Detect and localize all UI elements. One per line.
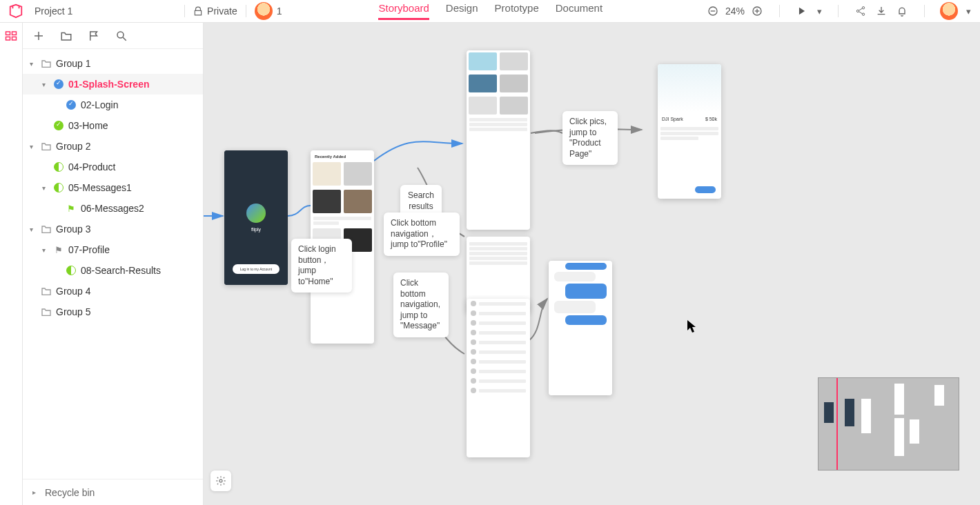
tree-group-4[interactable]: Group 4	[23, 281, 203, 301]
privacy-label: Private	[207, 6, 237, 17]
svg-rect-13	[12, 37, 17, 41]
tree-page-messages2[interactable]: ⚑ 06-Messages2	[23, 198, 203, 219]
storyboard-canvas[interactable]: fliply Log in to my Account Recently Add…	[204, 23, 980, 505]
recycle-label: Recycle bin	[45, 487, 95, 498]
avatar-monkey-icon	[255, 2, 273, 20]
tree-page-search-results[interactable]: 08-Search-Results	[23, 260, 203, 281]
tree-group-3[interactable]: ▾ Group 3	[23, 219, 203, 239]
page-tree-sidebar: ▾ Group 1 ▾ 01-Splash-Screen 02-Login 03…	[23, 23, 204, 505]
svg-rect-11	[12, 32, 17, 35]
bell-icon[interactable]	[895, 4, 909, 18]
search-icon[interactable]	[115, 30, 128, 42]
svg-point-5	[856, 10, 859, 12]
reviewed-blue-icon	[53, 79, 64, 90]
tree-group-5[interactable]: Group 5	[23, 301, 203, 322]
cursor-icon	[687, 319, 698, 336]
tree-page-login[interactable]: 02-Login	[23, 95, 203, 115]
tree-page-messages1[interactable]: ▾ 05-Messages1	[23, 177, 203, 198]
recycle-bin-button[interactable]: ▸ Recycle bin	[23, 479, 203, 505]
app-logo-icon	[8, 3, 23, 19]
reviewed-blue-icon	[66, 99, 77, 110]
folder-icon	[41, 224, 52, 235]
zoom-out-button[interactable]	[706, 4, 720, 18]
share-icon[interactable]	[854, 4, 868, 18]
half-green-icon	[53, 161, 64, 172]
canvas-screen-chat[interactable]	[549, 261, 612, 395]
storyboard-rail-icon[interactable]	[5, 30, 17, 42]
privacy-button[interactable]: Private	[193, 6, 237, 17]
user-dropdown[interactable]: ▾	[965, 4, 972, 18]
tab-storyboard[interactable]: Storyboard	[378, 2, 429, 20]
note-login[interactable]: Click login button，jump to"Home"	[291, 239, 352, 293]
folder-icon	[41, 141, 52, 152]
canvas-screen-splash[interactable]: fliply Log in to my Account	[224, 150, 288, 285]
flag-green-icon: ⚑	[66, 203, 77, 214]
half-green-icon	[53, 182, 64, 193]
project-name[interactable]: Project 1	[35, 6, 72, 17]
collaborators-button[interactable]: 1	[255, 2, 282, 20]
tree-group-1[interactable]: ▾ Group 1	[23, 53, 203, 74]
left-rail	[0, 23, 23, 505]
tree-page-product[interactable]: 04-Product	[23, 157, 203, 177]
svg-point-6	[862, 7, 864, 9]
reviewed-green-icon	[53, 120, 64, 131]
svg-line-9	[859, 12, 862, 14]
sidebar-toolbar	[23, 23, 203, 49]
svg-line-17	[123, 37, 126, 41]
canvas-screen-messages[interactable]	[467, 299, 530, 457]
user-avatar[interactable]	[940, 2, 958, 20]
folder-icon	[41, 286, 52, 297]
svg-point-18	[219, 479, 222, 482]
canvas-screen-product[interactable]: DJI Spark $ 50k	[658, 64, 721, 199]
tab-design[interactable]: Design	[446, 2, 478, 20]
svg-point-7	[862, 13, 864, 15]
zoom-level: 24%	[725, 6, 745, 17]
mode-tabs: Storyboard Design Prototype Document	[378, 2, 602, 20]
add-flag-icon[interactable]	[88, 30, 100, 42]
canvas-screen-search[interactable]	[467, 50, 530, 230]
flag-gray-icon: ⚑	[53, 244, 64, 255]
note-message[interactable]: Click bottom navigation, jump to "Messag…	[393, 273, 449, 337]
minimap[interactable]	[818, 377, 959, 471]
add-folder-icon[interactable]	[60, 30, 72, 42]
tree-page-profile[interactable]: ▾ ⚑ 07-Profile	[23, 239, 203, 260]
folder-icon	[41, 306, 52, 317]
svg-rect-10	[6, 32, 10, 35]
tree-page-splash[interactable]: ▾ 01-Splash-Screen	[23, 74, 203, 95]
user-count: 1	[277, 6, 282, 17]
note-profile[interactable]: Click bottom navigation，jump to"Profile"	[384, 212, 460, 256]
play-button[interactable]	[795, 4, 809, 18]
lock-icon	[193, 6, 203, 16]
tree-group-2[interactable]: ▾ Group 2	[23, 136, 203, 157]
app-header: Project 1 Private 1 Storyboard Design Pr…	[0, 0, 980, 23]
play-dropdown[interactable]: ▾	[816, 4, 823, 18]
folder-icon	[41, 58, 52, 69]
tab-document[interactable]: Document	[556, 2, 602, 20]
note-pics[interactable]: Click pics, jump to "Product Page"	[562, 111, 618, 165]
add-page-icon[interactable]	[32, 30, 45, 42]
gear-icon	[215, 475, 226, 486]
tree-page-home[interactable]: 03-Home	[23, 115, 203, 136]
svg-point-16	[117, 32, 124, 38]
page-tree: ▾ Group 1 ▾ 01-Splash-Screen 02-Login 03…	[23, 49, 203, 479]
canvas-settings-button[interactable]	[210, 471, 231, 491]
svg-line-8	[859, 8, 862, 10]
download-icon[interactable]	[874, 4, 888, 18]
zoom-in-button[interactable]	[750, 4, 764, 18]
tab-prototype[interactable]: Prototype	[495, 2, 539, 20]
zoom-control: 24%	[706, 4, 764, 18]
half-green-icon	[66, 265, 77, 276]
svg-rect-12	[6, 37, 10, 41]
